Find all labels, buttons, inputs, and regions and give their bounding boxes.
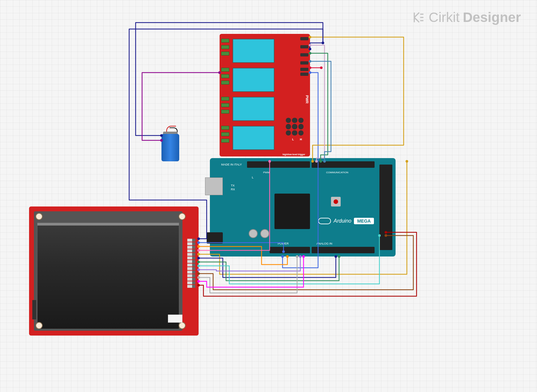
wire-node xyxy=(320,66,323,69)
relay-terminal xyxy=(221,139,229,143)
wire-w5 xyxy=(310,37,404,161)
relay-terminal xyxy=(221,52,229,55)
relay-pwr-label: PWR xyxy=(305,95,309,104)
arduino-infinity-icon xyxy=(318,218,331,224)
tft-ffc-connector xyxy=(168,315,182,323)
watermark-brand-light: Cirkit xyxy=(429,10,460,25)
relay-1 xyxy=(232,39,274,63)
arduino-header-digital-high xyxy=(247,161,310,168)
arduino-header-power xyxy=(270,247,310,253)
arduino-l-label: L xyxy=(252,176,253,179)
relay-terminal xyxy=(221,45,229,49)
relay-pin-in3 xyxy=(300,45,308,48)
relay-terminal xyxy=(221,110,229,114)
relay-2 xyxy=(232,68,274,92)
arduino-header-analog xyxy=(312,247,375,253)
arduino-usb-port xyxy=(205,177,223,195)
wire-node xyxy=(322,42,324,44)
relay-bottom-label: high/low level trigger xyxy=(283,153,305,156)
tft-side-header xyxy=(32,300,36,319)
arduino-logo: Arduino MEGA xyxy=(318,218,374,224)
arduino-pwm-label: PWM xyxy=(263,171,270,174)
arduino-rx-label: RX xyxy=(231,188,235,191)
tft-screen xyxy=(37,223,179,329)
relay-terminal xyxy=(221,81,229,85)
tft-display[interactable] xyxy=(29,206,199,336)
relay-terminal xyxy=(221,97,229,101)
relay-pin-in2 xyxy=(300,53,308,56)
arduino-power-label: POWER xyxy=(278,242,289,245)
relay-pin-dcminus xyxy=(300,73,308,76)
arduino-capacitors xyxy=(249,229,269,238)
relay-terminal xyxy=(221,39,229,43)
relay-jumper-h: H xyxy=(300,138,302,141)
relay-terminal xyxy=(221,126,229,130)
wire-w8 xyxy=(310,61,331,161)
arduino-logo-text: Arduino xyxy=(334,218,351,224)
wire-w2 xyxy=(142,73,220,140)
wire-tft-miso xyxy=(199,256,300,271)
relay-pin-in4 xyxy=(300,37,308,40)
arduino-reset-button xyxy=(331,197,341,206)
arduino-tx-label: TX xyxy=(231,184,235,187)
wire-tft-sck xyxy=(199,256,339,281)
relay-terminal xyxy=(221,132,229,136)
arduino-mega[interactable]: MADE IN ITALY PWM COMMUNICATION TX RX L … xyxy=(210,158,396,256)
tft-mounting-hole xyxy=(179,322,186,329)
wire-tft-tcs xyxy=(199,256,297,293)
relay-pin-in1 xyxy=(300,61,308,65)
relay-module[interactable]: PWR L H high/low level trigger xyxy=(220,34,310,156)
tft-mounting-hole xyxy=(179,213,186,220)
relay-terminal xyxy=(221,103,229,107)
arduino-atmega-chip xyxy=(274,194,310,229)
wire-node xyxy=(406,160,408,163)
tft-mounting-hole xyxy=(36,322,43,329)
arduino-power-jack xyxy=(207,232,223,244)
tft-pin-header xyxy=(187,239,195,292)
relay-4 xyxy=(232,126,274,150)
battery-body xyxy=(161,134,179,161)
arduino-analog-label: ANALOG IN xyxy=(316,242,332,245)
wire-w6 xyxy=(310,45,325,161)
watermark-logo: Cirkit Designer xyxy=(413,10,521,25)
relay-3 xyxy=(232,97,274,121)
cirkit-icon xyxy=(413,11,426,24)
arduino-made-in: MADE IN ITALY xyxy=(221,163,242,166)
relay-pin-dcplus xyxy=(300,68,308,71)
wire-tft-mosi xyxy=(199,256,336,277)
relay-jumper-block xyxy=(286,118,304,136)
tft-mounting-hole xyxy=(36,213,43,220)
relay-terminal xyxy=(221,68,229,72)
arduino-header-right xyxy=(379,165,392,250)
wire-w7 xyxy=(310,53,328,161)
watermark-brand-bold: Designer xyxy=(463,10,521,25)
arduino-header-digital-low xyxy=(312,161,375,168)
relay-jumper-l: L xyxy=(292,138,294,141)
battery[interactable] xyxy=(161,126,179,161)
tft-bezel xyxy=(34,211,182,331)
relay-terminal xyxy=(221,74,229,78)
arduino-mega-badge: MEGA xyxy=(354,218,374,224)
arduino-comm-label: COMMUNICATION xyxy=(326,171,348,174)
wire-tft-tdin xyxy=(199,256,304,287)
